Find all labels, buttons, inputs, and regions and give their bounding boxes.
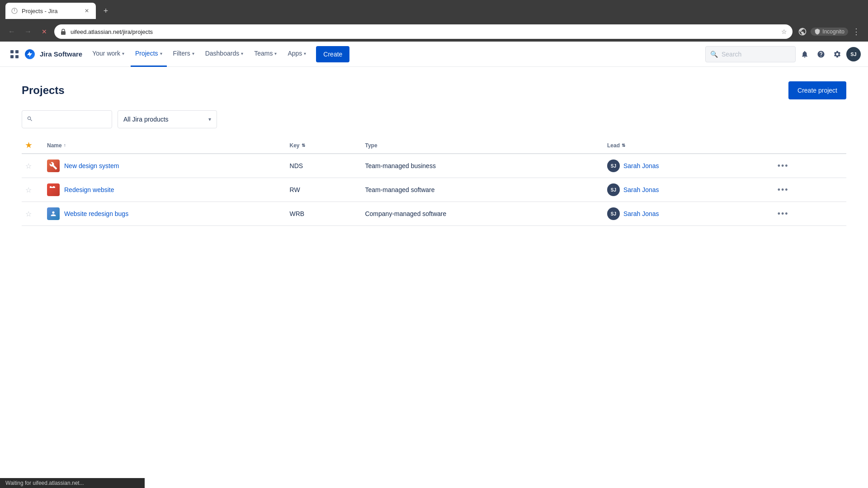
address-text: uifeed.atlassian.net/jira/projects xyxy=(71,28,778,35)
settings-button[interactable] xyxy=(830,47,844,61)
lead-link-2[interactable]: Sarah Jonas xyxy=(623,210,659,217)
lead-link-1[interactable]: Sarah Jonas xyxy=(623,186,659,193)
col-key-header[interactable]: Key ⇅ xyxy=(283,137,358,154)
col-actions-header xyxy=(768,137,846,154)
lead-avatar-1: SJ xyxy=(607,183,620,196)
project-link-1[interactable]: Redesign website xyxy=(64,186,114,193)
browser-menu-button[interactable]: ⋮ xyxy=(850,25,863,38)
more-button-2[interactable]: ••• xyxy=(775,208,792,220)
page-content: Projects Create project All Jira product… xyxy=(0,67,868,488)
project-search-box[interactable] xyxy=(22,110,112,128)
nav-projects[interactable]: Projects ▾ xyxy=(131,42,167,67)
project-search-icon xyxy=(27,116,33,123)
more-cell-2: ••• xyxy=(768,202,846,226)
col-star-header[interactable]: ★ xyxy=(22,137,40,154)
key-cell-2: WRB xyxy=(283,202,358,226)
jira-logo[interactable]: Jira Software xyxy=(24,48,82,61)
reload-button[interactable]: ✕ xyxy=(38,25,51,38)
browser-tab[interactable]: Projects - Jira ✕ xyxy=(5,3,96,19)
col-lead-header[interactable]: Lead ⇅ xyxy=(600,137,768,154)
lock-icon xyxy=(60,28,67,35)
new-tab-button[interactable]: + xyxy=(99,5,112,17)
back-button[interactable]: ← xyxy=(5,25,18,38)
more-cell-0: ••• xyxy=(768,154,846,178)
loading-icon: ✕ xyxy=(42,28,47,35)
product-filter-label: All Jira products xyxy=(123,116,169,123)
help-button[interactable] xyxy=(814,47,828,61)
project-link-0[interactable]: New design system xyxy=(64,162,119,169)
table-row: ☆ New design system NDS Team-managed bus… xyxy=(22,154,846,178)
nav-your-work[interactable]: Your work ▾ xyxy=(88,42,129,67)
table-header: ★ Name ↑ Key ⇅ Type xyxy=(22,137,846,154)
project-search-input[interactable] xyxy=(37,116,100,123)
svg-rect-4 xyxy=(10,55,14,58)
star-cell-0[interactable]: ☆ xyxy=(22,154,40,178)
project-icon-1 xyxy=(47,183,60,196)
apps-chevron-icon: ▾ xyxy=(304,51,306,56)
browser-chrome: Projects - Jira ✕ + xyxy=(0,0,868,22)
project-icon-2 xyxy=(47,207,60,220)
bookmark-icon[interactable]: ☆ xyxy=(781,28,787,35)
col-name-header[interactable]: Name ↑ xyxy=(40,137,283,154)
lead-avatar-2: SJ xyxy=(607,207,620,220)
projects-tbody: ☆ New design system NDS Team-managed bus… xyxy=(22,154,846,226)
search-placeholder: Search xyxy=(722,51,741,58)
key-cell-1: RW xyxy=(283,178,358,202)
profile-icon-btn[interactable] xyxy=(796,25,809,38)
star-icon-2[interactable]: ☆ xyxy=(25,210,32,218)
svg-rect-5 xyxy=(15,55,19,58)
star-icon-0[interactable]: ☆ xyxy=(25,162,32,170)
address-bar[interactable]: uifeed.atlassian.net/jira/projects ☆ xyxy=(54,24,793,39)
project-link-2[interactable]: Website redesign bugs xyxy=(64,210,128,217)
apps-grid-button[interactable] xyxy=(7,47,22,61)
projects-chevron-icon: ▾ xyxy=(160,51,162,56)
tab-favicon-icon xyxy=(11,7,18,14)
name-cell-0: New design system xyxy=(40,154,283,178)
user-avatar[interactable]: SJ xyxy=(846,47,861,61)
nav-teams[interactable]: Teams ▾ xyxy=(250,42,281,67)
status-bar: Waiting for uifeed.atlassian.net... xyxy=(0,478,145,488)
jira-navbar: Jira Software Your work ▾ Projects ▾ Fil… xyxy=(0,42,868,67)
key-sort-icon: ⇅ xyxy=(302,143,305,148)
col-type-header[interactable]: Type xyxy=(358,137,600,154)
notifications-button[interactable] xyxy=(797,47,812,61)
dashboards-chevron-icon: ▾ xyxy=(241,51,243,56)
lead-link-0[interactable]: Sarah Jonas xyxy=(623,162,659,169)
star-icon-1[interactable]: ☆ xyxy=(25,186,32,194)
product-filter-dropdown[interactable]: All Jira products ▾ xyxy=(118,110,217,128)
lead-cell-0: SJ Sarah Jonas xyxy=(600,154,768,178)
star-cell-2[interactable]: ☆ xyxy=(22,202,40,226)
product-filter-chevron-icon: ▾ xyxy=(208,116,211,122)
incognito-badge[interactable]: Incognito xyxy=(811,28,848,36)
tab-close-button[interactable]: ✕ xyxy=(83,7,90,14)
lead-cell-2: SJ Sarah Jonas xyxy=(600,202,768,226)
type-cell-1: Team-managed software xyxy=(358,178,600,202)
name-cell-1: Redesign website xyxy=(40,178,283,202)
star-header-icon: ★ xyxy=(25,141,32,149)
page-header: Projects Create project xyxy=(22,81,846,99)
name-sort-icon: ↑ xyxy=(64,143,66,148)
more-cell-1: ••• xyxy=(768,178,846,202)
star-cell-1[interactable]: ☆ xyxy=(22,178,40,202)
svg-rect-3 xyxy=(15,50,19,53)
lead-cell-1: SJ Sarah Jonas xyxy=(600,178,768,202)
nav-filters[interactable]: Filters ▾ xyxy=(169,42,199,67)
nav-dashboards[interactable]: Dashboards ▾ xyxy=(201,42,248,67)
lead-avatar-0: SJ xyxy=(607,160,620,172)
name-cell-2: Website redesign bugs xyxy=(40,202,283,226)
nav-apps[interactable]: Apps ▾ xyxy=(283,42,311,67)
avatar-initials: SJ xyxy=(850,52,856,57)
forward-button[interactable]: → xyxy=(22,25,34,38)
create-button[interactable]: Create xyxy=(316,46,349,62)
table-row: ☆ Website redesign bugs WRB Company-mana… xyxy=(22,202,846,226)
create-project-button[interactable]: Create project xyxy=(788,81,846,99)
page-title: Projects xyxy=(22,84,65,97)
svg-rect-2 xyxy=(10,50,14,53)
teams-chevron-icon: ▾ xyxy=(274,51,277,56)
svg-rect-1 xyxy=(61,31,66,35)
more-button-0[interactable]: ••• xyxy=(775,160,792,172)
your-work-chevron-icon: ▾ xyxy=(122,51,124,56)
global-search[interactable]: 🔍 Search xyxy=(705,46,796,62)
more-button-1[interactable]: ••• xyxy=(775,184,792,196)
browser-toolbar: ← → ✕ uifeed.atlassian.net/jira/projects… xyxy=(0,22,868,42)
